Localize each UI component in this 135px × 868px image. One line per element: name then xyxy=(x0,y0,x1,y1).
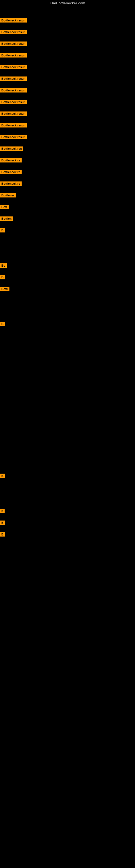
bottleneck-badge: Bottleneck result xyxy=(0,135,27,139)
bottleneck-badge: Bottleneck result xyxy=(0,76,27,81)
bottleneck-badge: Bottleneck result xyxy=(0,123,27,127)
bottleneck-badge: B xyxy=(0,228,5,232)
bottleneck-badge: Bottleneck re xyxy=(0,170,21,174)
bottleneck-badge: Bottleneck result xyxy=(0,53,27,58)
bottleneck-badge: Bottlenec xyxy=(0,193,16,197)
bottleneck-badge: B xyxy=(0,532,5,536)
bottleneck-badge: Bottl xyxy=(0,287,9,291)
bottleneck-badge: Bo xyxy=(0,264,7,268)
bottleneck-badge: Bottleneck result xyxy=(0,112,27,116)
bottleneck-badge: b xyxy=(0,509,5,513)
bottleneck-badge: Bottlen xyxy=(0,216,13,221)
bottleneck-badge: B xyxy=(0,474,5,478)
bottleneck-badge: Bottleneck result xyxy=(0,100,27,104)
bottleneck-badge: B xyxy=(0,521,5,525)
bottleneck-badge: B xyxy=(0,275,5,279)
bottleneck-badge: Bottleneck result xyxy=(0,18,27,23)
bottleneck-badge: Bottleneck re xyxy=(0,158,21,162)
bottleneck-badge: Bottleneck result xyxy=(0,65,27,69)
bottleneck-badge: Bottleneck result xyxy=(0,41,27,46)
bottleneck-badge: Bottleneck res xyxy=(0,147,23,151)
bottleneck-badge: Bottleneck result xyxy=(0,30,27,34)
bottleneck-badge: Bottleneck result xyxy=(0,88,27,93)
bottleneck-badge: Bottleneck re xyxy=(0,182,21,186)
bottleneck-badge: Bott xyxy=(0,205,9,209)
bottleneck-badge: B xyxy=(0,322,5,326)
site-title: TheBottlenecker.com xyxy=(0,0,135,7)
